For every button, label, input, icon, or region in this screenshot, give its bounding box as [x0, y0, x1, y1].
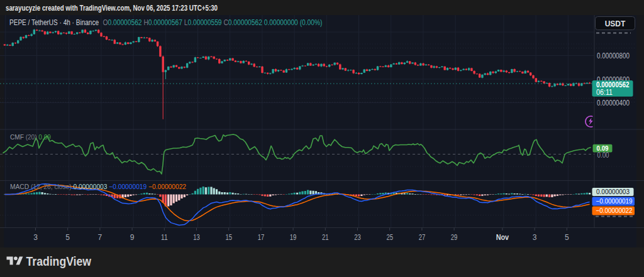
svg-text:27: 27 — [419, 233, 426, 242]
svg-text:06:11: 06:11 — [596, 88, 613, 97]
svg-text:−0.00000022: −0.00000022 — [596, 207, 633, 214]
svg-text:PEPE / TetherUS · 4h · Binance: PEPE / TetherUS · 4h · Binance — [9, 18, 99, 27]
svg-text:CMF (20) 0.09: CMF (20) 0.09 — [10, 133, 51, 141]
svg-text:21: 21 — [322, 233, 329, 242]
svg-text:17: 17 — [258, 233, 265, 242]
svg-text:Nov: Nov — [496, 233, 509, 242]
svg-text:3: 3 — [533, 233, 537, 242]
svg-text:7: 7 — [98, 233, 103, 242]
svg-text:O0.00000562 H0.00000567 L0.000: O0.00000562 H0.00000567 L0.00000559 C0.0… — [103, 18, 323, 27]
svg-text:sarayucyzie created with Tradi: sarayucyzie created with TradingView.com… — [6, 4, 218, 13]
svg-text:25: 25 — [386, 233, 393, 242]
svg-text:19: 19 — [290, 233, 297, 242]
svg-text:0.00000800: 0.00000800 — [597, 52, 630, 60]
svg-text:0.00: 0.00 — [597, 151, 609, 160]
svg-text:3: 3 — [33, 233, 38, 242]
svg-text:13: 13 — [193, 233, 200, 242]
svg-text:11: 11 — [161, 233, 168, 242]
svg-text:0.00000400: 0.00000400 — [597, 99, 630, 107]
svg-text:MACD (12, 26, close) 0.0000000: MACD (12, 26, close) 0.00000003 −0.00000… — [10, 183, 186, 190]
svg-text:5: 5 — [65, 233, 70, 242]
svg-text:0.00000003: 0.00000003 — [596, 188, 630, 195]
svg-text:USDT: USDT — [605, 19, 626, 28]
svg-text:9: 9 — [130, 233, 135, 242]
svg-text:−0.00000019: −0.00000019 — [596, 197, 633, 205]
svg-text:15: 15 — [225, 233, 232, 242]
svg-text:5: 5 — [565, 233, 569, 242]
svg-text:TradingView: TradingView — [26, 254, 92, 268]
svg-text:23: 23 — [354, 233, 361, 242]
svg-text:29: 29 — [451, 233, 458, 242]
